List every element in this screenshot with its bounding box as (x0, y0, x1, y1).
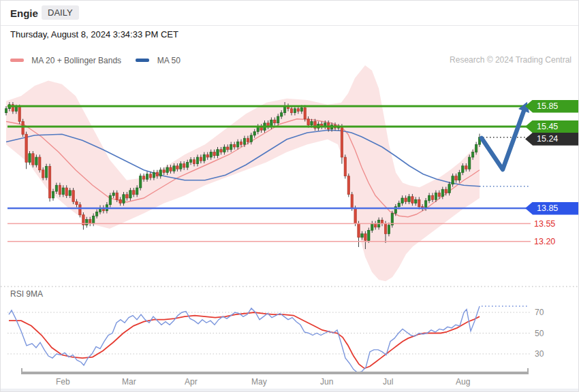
month-label: Jun (320, 377, 333, 387)
trading-chart-widget: Engie DAILY Thursday, August 8, 2024 3:3… (0, 0, 579, 392)
ma9-legend-label: 9MA (26, 289, 43, 299)
month-label: Jul (383, 377, 393, 387)
rsi-axis-label: 70 (535, 308, 544, 317)
price-level-label: 13.20 (534, 237, 555, 246)
price-level-badge: 15.45 (525, 120, 579, 133)
month-label: Mar (122, 377, 136, 387)
rsi-9ma-line (9, 312, 480, 368)
price-level-label: 13.55 (534, 219, 555, 229)
bollinger-band (6, 65, 480, 281)
chart-canvas[interactable] (1, 1, 579, 392)
rsi-legend: RSI 9MA (10, 289, 43, 299)
rsi-axis-label: 50 (535, 329, 544, 338)
last-price-badge: 15.24 (525, 133, 579, 146)
rsi-axis-label: 30 (535, 349, 544, 359)
price-level-badge: 15.85 (525, 100, 579, 113)
price-level-badge: 13.85 (525, 202, 579, 215)
rsi-line (9, 306, 480, 373)
time-scrollbar[interactable] (21, 368, 529, 373)
bottom-strip (1, 389, 578, 392)
month-label: May (251, 377, 267, 387)
month-label: Aug (456, 377, 470, 387)
rsi-legend-label: RSI (10, 289, 24, 299)
month-label: Feb (56, 377, 70, 387)
forecast-arrow (482, 111, 524, 169)
month-label: Apr (185, 377, 198, 387)
